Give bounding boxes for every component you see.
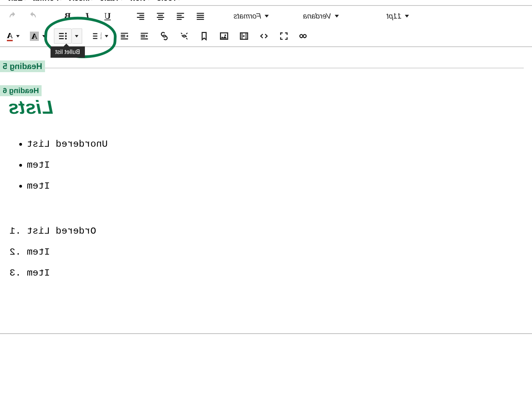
editor-content[interactable]: Lists Unordered List Item Item Ordered L…	[0, 47, 532, 334]
font-family-select[interactable]: Verdana	[277, 12, 339, 21]
list-item: Item	[27, 247, 524, 257]
infinity-icon	[299, 31, 309, 41]
list-item: Ordered List	[27, 226, 524, 236]
bullet-list-button[interactable]	[54, 29, 72, 44]
underline-icon: U	[104, 11, 111, 21]
media-icon	[239, 31, 249, 41]
undo-button[interactable]	[7, 10, 19, 22]
anchor-button[interactable]	[198, 30, 210, 42]
svg-point-7	[224, 34, 226, 36]
redo-icon	[28, 11, 37, 21]
insert-image-button[interactable]	[218, 30, 230, 42]
svg-text:3: 3	[100, 37, 101, 40]
insert-link-button[interactable]	[158, 30, 170, 42]
menu-edit-label: Edit	[8, 0, 23, 3]
chevron-down-icon	[265, 15, 269, 18]
chevron-down-icon	[335, 15, 339, 18]
background-color-dropdown[interactable]	[40, 29, 48, 44]
svg-point-2	[65, 38, 67, 40]
menubar: Edit Format Insert Table View Tools	[0, 0, 532, 5]
align-left-button[interactable]	[135, 10, 146, 22]
remove-link-button[interactable]	[178, 30, 190, 42]
infinity-button[interactable]	[298, 30, 310, 42]
chevron-down-icon	[23, 0, 27, 0]
list-item: Item	[27, 160, 524, 170]
align-center-button[interactable]	[155, 10, 166, 22]
menu-format[interactable]: Format	[33, 0, 63, 3]
list-item: Item	[27, 181, 524, 191]
numbered-list-dropdown[interactable]	[103, 29, 110, 44]
chevron-down-icon	[105, 35, 108, 37]
chevron-down-icon	[405, 15, 409, 18]
text-color-dropdown[interactable]	[14, 29, 22, 44]
menu-format-label: Format	[33, 0, 59, 3]
align-justify-icon	[196, 11, 205, 21]
chevron-down-icon	[177, 0, 181, 0]
numbered-list-group: 1 2 3	[90, 29, 110, 44]
unordered-list: Unordered List Item Item	[8, 139, 524, 191]
numbered-list-button[interactable]: 1 2 3	[90, 29, 103, 44]
list-item: Unordered List	[27, 139, 524, 149]
redo-button[interactable]	[27, 10, 38, 22]
text-color-icon: A	[7, 31, 13, 41]
source-code-button[interactable]	[258, 30, 270, 42]
menu-insert-label: Insert	[69, 0, 89, 3]
menu-table-label: Table	[100, 0, 119, 3]
link-icon	[159, 31, 169, 41]
bullet-list-tooltip: Bullet list	[51, 46, 85, 58]
text-color-button[interactable]: A	[7, 29, 22, 44]
outdent-button[interactable]	[138, 30, 150, 42]
undo-icon	[8, 11, 18, 21]
chevron-down-icon	[120, 0, 123, 0]
bullet-list-group: Bullet list	[54, 29, 82, 44]
font-size-select[interactable]: 11pt	[347, 12, 409, 21]
menu-insert[interactable]: Insert	[69, 0, 93, 3]
svg-point-1	[65, 35, 67, 37]
fullscreen-button[interactable]	[278, 30, 290, 42]
align-left-icon	[136, 11, 145, 21]
underline-button[interactable]: U	[102, 10, 113, 22]
menu-table[interactable]: Table	[100, 0, 123, 3]
align-center-icon	[156, 11, 165, 21]
toolbar-row-1: B I U Formats Verdana 11pt	[7, 8, 525, 24]
indent-button[interactable]	[119, 30, 130, 42]
italic-icon: I	[86, 11, 90, 22]
menu-view[interactable]: View	[130, 0, 151, 3]
lists-heading: Lists	[8, 96, 524, 118]
image-icon	[219, 31, 229, 41]
align-right-button[interactable]	[175, 10, 186, 22]
code-icon	[259, 31, 269, 41]
formats-select[interactable]: Formats	[228, 12, 269, 21]
menu-edit[interactable]: Edit	[8, 0, 27, 3]
unlink-icon	[179, 31, 189, 41]
chevron-down-icon	[42, 35, 46, 37]
menu-tools[interactable]: Tools	[157, 0, 181, 3]
toolbar: B I U Formats Verdana 11pt	[0, 5, 532, 47]
font-size-label: 11pt	[387, 12, 401, 21]
align-justify-button[interactable]	[195, 10, 206, 22]
font-family-label: Verdana	[303, 12, 331, 21]
chevron-down-icon	[90, 0, 93, 0]
insert-media-button[interactable]	[238, 30, 250, 42]
svg-point-0	[65, 33, 67, 34]
background-color-button[interactable]: A	[30, 29, 47, 44]
bold-icon: B	[65, 11, 71, 22]
italic-button[interactable]: I	[82, 10, 93, 22]
list-item: Item	[27, 268, 524, 278]
heading5-preview: Heading 5	[0, 60, 45, 72]
menu-tools-label: Tools	[157, 0, 177, 3]
fullscreen-icon	[279, 31, 289, 41]
bullet-list-dropdown[interactable]	[72, 29, 82, 44]
ordered-list: Ordered List Item Item	[8, 226, 524, 278]
background-color-icon: A	[30, 32, 38, 41]
numbered-list-icon: 1 2 3	[92, 31, 101, 41]
bullet-list-icon	[58, 31, 68, 41]
bold-button[interactable]: B	[62, 10, 74, 22]
chevron-down-icon	[75, 35, 78, 37]
chevron-down-icon	[16, 35, 20, 37]
toolbar-row-2: A A Bullet list 1 2	[7, 28, 525, 44]
indent-icon	[120, 31, 129, 41]
menu-view-label: View	[130, 0, 146, 3]
chevron-down-icon	[147, 0, 151, 0]
outdent-icon	[140, 31, 149, 41]
